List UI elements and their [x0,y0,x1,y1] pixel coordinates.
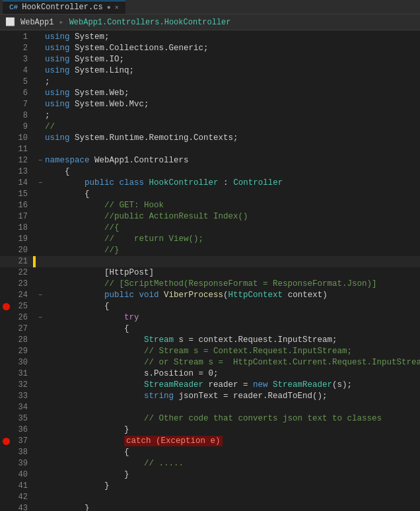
code-line: try [45,312,420,324]
breakpoint-gutter [0,245,12,256]
table-row: 17 //public ActionResult Index() [0,211,420,222]
table-row: 39 // ..... [0,458,420,469]
line-number: 17 [12,211,33,222]
code-line: { [45,166,420,178]
collapse-indicator [36,99,45,110]
table-row: 10using System.Runtime.Remoting.Contexts… [0,133,420,144]
breakpoint-gutter [0,267,12,279]
collapse-indicator [36,413,45,425]
line-number: 36 [12,425,33,436]
collapse-indicator[interactable]: − [36,178,45,189]
breakpoint-gutter [0,492,12,503]
line-number: 20 [12,245,33,256]
breakpoint-dot[interactable] [3,438,10,445]
collapse-indicator [36,279,45,290]
table-row: 20 //} [0,245,420,256]
collapse-indicator [36,481,45,492]
nav-bar: ⬜ WebApp1 ▸ WebApp1.Controllers.HookCont… [0,15,420,30]
breakpoint-gutter [0,368,12,380]
line-number: 35 [12,413,33,425]
collapse-indicator [36,54,45,65]
line-number: 42 [12,492,33,503]
code-line: public void ViberProcess(HttpContext con… [45,290,420,301]
breakpoint-gutter [0,380,12,391]
line-number: 21 [12,256,33,267]
breakpoint-gutter [0,88,12,99]
code-line: ; [45,110,420,121]
code-line: } [45,469,420,481]
table-row: 32 StreamReader reader = new StreamReade… [0,380,420,391]
breakpoint-gutter [0,425,12,436]
collapse-indicator[interactable]: − [36,312,45,324]
line-number: 13 [12,166,33,178]
code-line: catch (Exception e) [45,436,420,447]
table-row: 19 // return View(); [0,234,420,245]
code-line: // [ScriptMethod(ResponseFormat = Respon… [45,279,420,290]
table-row: 30 // or Stream s = HttpContext.Current.… [0,357,420,368]
collapse-indicator [36,402,45,413]
code-line: namespace WebApp1.Controllers [45,155,420,166]
code-line: { [45,447,420,458]
line-number: 9 [12,121,33,133]
table-row: 1using System; [0,32,420,43]
line-number: 39 [12,458,33,469]
collapse-indicator [36,324,45,335]
breakpoint-gutter [0,290,12,301]
line-number: 8 [12,110,33,121]
table-row: 41 } [0,481,420,492]
code-editor[interactable]: 1using System;2using System.Collections.… [0,30,420,511]
table-row: 23 // [ScriptMethod(ResponseFormat = Res… [0,279,420,290]
breakpoint-dot[interactable] [3,303,10,310]
line-number: 19 [12,234,33,245]
breakpoint-gutter [0,133,12,144]
breakpoint-gutter [0,391,12,402]
line-number: 14 [12,178,33,189]
collapse-indicator [36,245,45,256]
table-row: 25 { [0,301,420,312]
code-line: //public ActionResult Index() [45,211,420,222]
collapse-indicator[interactable]: − [36,290,45,301]
breakpoint-gutter [0,144,12,155]
collapse-indicator [36,368,45,380]
breakpoint-gutter [0,324,12,335]
code-line: using System.Linq; [45,65,420,77]
tab-close-button[interactable]: ✕ [115,3,119,11]
table-row: 18 //{ [0,222,420,234]
breakpoint-gutter [0,503,12,511]
code-line: public class HookController : Controller [45,178,420,189]
code-line [45,144,420,155]
breakpoint-gutter [0,54,12,65]
collapse-indicator [36,256,45,267]
table-row: 11 [0,144,420,155]
breakpoint-gutter [0,189,12,200]
line-number: 33 [12,391,33,402]
line-number: 1 [12,32,33,43]
breakpoint-gutter [0,279,12,290]
table-row: 37 catch (Exception e) [0,436,420,447]
nav-project[interactable]: WebApp1 [20,18,53,27]
code-line: // [45,121,420,133]
table-row: 31 s.Position = 0; [0,368,420,380]
collapse-indicator [36,447,45,458]
code-line: [HttpPost] [45,267,420,279]
nav-location[interactable]: WebApp1.Controllers.HookController [69,18,231,27]
code-line [45,492,420,503]
code-line: //} [45,245,420,256]
line-number: 16 [12,200,33,211]
code-line: using System.Web; [45,88,420,99]
collapse-indicator [36,77,45,88]
editor-tab[interactable]: C# HookController.cs ● ✕ [3,1,125,14]
table-row: 15 { [0,189,420,200]
breakpoint-gutter [0,65,12,77]
editor-area: 1using System;2using System.Collections.… [0,30,420,511]
collapse-indicator [36,267,45,279]
table-row: 34 [0,402,420,413]
collapse-indicator[interactable]: − [36,155,45,166]
line-number: 28 [12,335,33,346]
breakpoint-gutter [0,32,12,43]
code-line: s.Position = 0; [45,368,420,380]
collapse-indicator [36,335,45,346]
table-row: 22 [HttpPost] [0,267,420,279]
collapse-indicator [36,121,45,133]
code-line: using System.Collections.Generic; [45,43,420,54]
